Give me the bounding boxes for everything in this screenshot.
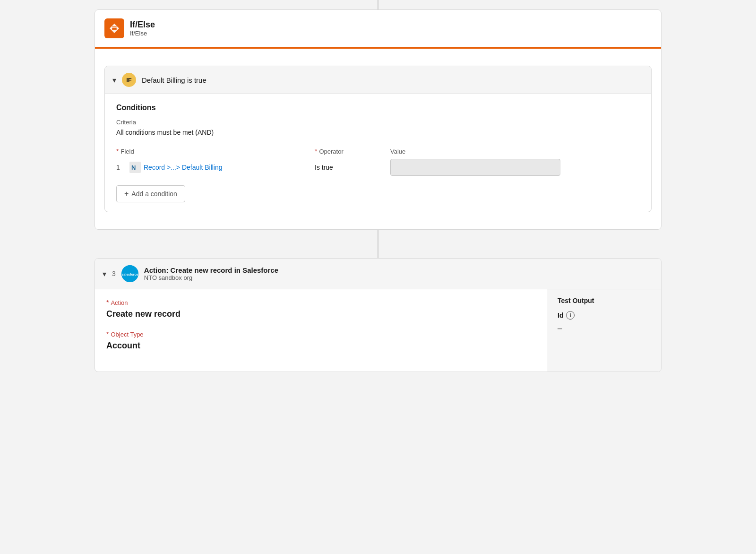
- criteria-label: Criteria: [116, 119, 640, 126]
- field-data: 1 N Record >...> Default Billing: [116, 162, 315, 173]
- object-type-label: * Object Type: [106, 330, 536, 338]
- if-block: ▾ IF Default Billing is true Conditions …: [104, 66, 652, 212]
- value-input[interactable]: [390, 159, 560, 176]
- operator-data: Is true: [315, 164, 390, 171]
- svg-rect-2: [112, 28, 117, 29]
- action-header[interactable]: ▾ 3 salesforce Action: Create new record…: [95, 259, 661, 289]
- value-col-header: Value: [390, 148, 640, 155]
- action-left-panel: * Action Create new record * Object Type…: [95, 289, 548, 372]
- object-type-value: Account: [106, 341, 536, 351]
- if-header[interactable]: ▾ IF Default Billing is true: [105, 66, 651, 94]
- action-header-text: Action: Create new record in Salesforce …: [144, 266, 278, 281]
- criteria-value: All conditions must be met (AND): [116, 129, 640, 136]
- svg-text:N: N: [131, 164, 136, 171]
- svg-rect-1: [112, 26, 117, 27]
- card-header: If/Else If/Else: [95, 10, 661, 47]
- value-col-label: Value: [390, 148, 640, 155]
- card-subtitle: If/Else: [130, 30, 155, 37]
- value-data: [390, 159, 640, 176]
- card-title: If/Else: [130, 20, 155, 30]
- test-output-title: Test Output: [558, 297, 652, 304]
- action-chevron-icon: ▾: [103, 269, 106, 278]
- ifelse-icon: [104, 18, 124, 38]
- test-output-panel: Test Output Id i –: [548, 289, 661, 372]
- test-id-row: Id i: [558, 311, 652, 320]
- action-title: Action: Create new record in Salesforce: [144, 266, 278, 274]
- if-header-label: Default Billing is true: [142, 76, 206, 84]
- action-label: * Action: [106, 299, 536, 306]
- conditions-body: Conditions Criteria All conditions must …: [105, 94, 651, 212]
- ifelse-card: If/Else If/Else ▾ IF Default Billing is …: [94, 9, 662, 230]
- field-link[interactable]: Record >...> Default Billing: [144, 164, 223, 171]
- operator-col-header: * Operator: [315, 147, 390, 155]
- add-condition-label: Add a condition: [131, 190, 177, 198]
- test-id-label: Id: [558, 312, 563, 319]
- info-icon[interactable]: i: [566, 311, 575, 320]
- action-subtitle: NTO sandbox org: [144, 274, 278, 281]
- field-col-header: * Field: [116, 147, 315, 155]
- action-number: 3: [112, 270, 116, 277]
- object-required-star: *: [106, 330, 109, 338]
- action-card: ▾ 3 salesforce Action: Create new record…: [94, 258, 662, 372]
- field-type-icon: N: [129, 162, 141, 173]
- plus-icon: +: [124, 190, 129, 198]
- row-number: 1: [116, 164, 129, 171]
- conditions-title: Conditions: [116, 104, 640, 112]
- if-badge: IF: [122, 73, 136, 87]
- action-body: * Action Create new record * Object Type…: [95, 289, 661, 372]
- add-condition-button[interactable]: + Add a condition: [116, 185, 185, 202]
- operator-col-label: Operator: [319, 148, 343, 155]
- operator-required-star: *: [315, 147, 317, 155]
- action-value: Create new record: [106, 309, 536, 319]
- field-required-star: *: [116, 147, 119, 155]
- top-connector: [94, 0, 662, 9]
- action-required-star: *: [106, 299, 109, 306]
- card-header-text: If/Else If/Else: [130, 20, 155, 37]
- salesforce-logo: salesforce: [121, 265, 138, 282]
- condition-row-1: 1 N Record >...> Default Billing Is true: [116, 159, 640, 176]
- if-chevron-icon: ▾: [112, 76, 116, 85]
- test-dash: –: [558, 323, 652, 333]
- svg-rect-3: [112, 29, 117, 30]
- svg-text:salesforce: salesforce: [121, 273, 138, 276]
- mid-connector: [94, 230, 662, 258]
- fields-header: * Field * Operator Value: [116, 147, 640, 155]
- field-col-label: Field: [120, 148, 134, 155]
